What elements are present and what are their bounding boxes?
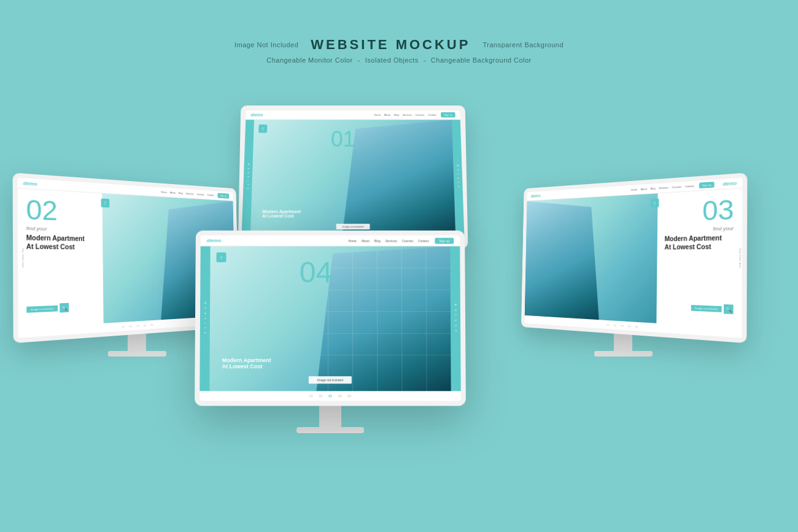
back-hero-title: Modern Apartment At Lowest Cost <box>262 209 301 218</box>
separator1: - <box>358 56 360 64</box>
front-logo: diemo <box>207 238 222 244</box>
right-logo: diemo <box>531 193 541 198</box>
transparent-bg-label: Transparent Background <box>482 41 564 48</box>
front-sidebar-right-text: M O C K U P <box>454 304 457 333</box>
left-title-line2: At Lowest Cost <box>26 242 96 252</box>
back-sidebar-right-text: M O C K U P <box>456 165 459 189</box>
back-nav-home: Home <box>374 114 381 117</box>
left-main-title: Modern Apartment At Lowest Cost <box>26 233 96 251</box>
right-stand-base <box>594 351 653 357</box>
front-page-04: 04 <box>338 394 342 398</box>
front-stand-base <box>296 427 364 433</box>
left-page-03: 03 <box>136 324 139 327</box>
back-logo: diemo <box>250 113 263 117</box>
right-main-title: Modern Apartment At Lowest Cost <box>665 233 734 251</box>
right-nav-courses: Courses <box>672 185 681 189</box>
image-not-included-label: Image Not Included <box>234 41 298 48</box>
right-arrow-up: ↑ <box>651 198 659 207</box>
left-hero-number: 02 <box>26 196 95 226</box>
left-search-icon[interactable]: 🔍 <box>60 303 69 313</box>
right-hero: ↑ 03 find your Modern Apartment At Lowes… <box>525 188 743 328</box>
front-nav-services: Services <box>385 239 397 242</box>
left-text-panel: 02 find your Modern Apartment At Lowest … <box>18 188 104 328</box>
left-nav-contact: Contact <box>207 193 214 196</box>
front-page-03-active: 03 <box>328 394 332 398</box>
front-image-placeholder: Image not included <box>309 376 352 384</box>
back-arrow-up: ↑ <box>258 125 267 133</box>
front-nav: diemo Home About Blog Services Courses C… <box>201 236 460 247</box>
left-find-text: find your <box>26 225 96 233</box>
left-page-04: 04 <box>144 323 146 326</box>
right-page-01: 01 <box>607 323 610 326</box>
back-image-placeholder: Image not included <box>336 224 370 229</box>
monitor-back-body: diemo Home About Blog Services Courses C… <box>238 106 468 249</box>
front-page-02: 02 <box>319 394 323 398</box>
back-nav-about: About <box>384 114 390 117</box>
monitor-front: diemo Home About Blog Services Courses C… <box>195 230 465 433</box>
back-nav-links: Home About Blog Services Courses Contact <box>374 114 436 117</box>
main-title: WEBSITE MOCKUP <box>311 37 470 53</box>
right-nav-home: Home <box>631 188 637 191</box>
front-title-line2: At Lowest Cost <box>222 363 271 369</box>
back-nav-services: Services <box>403 114 412 117</box>
left-page-01: 01 <box>122 325 125 328</box>
right-nav-links: Home About Blog Services Courses Contact <box>631 184 694 191</box>
front-nav-courses: Courses <box>402 239 414 242</box>
right-search-icon[interactable]: 🔍 <box>724 304 734 314</box>
back-nav: diemo Home About Blog Services Courses C… <box>246 110 460 120</box>
front-page-01: 01 <box>309 394 313 398</box>
left-arrow-up: ↑ <box>101 198 110 207</box>
right-title-line1: Modern Apartment <box>665 233 734 243</box>
monitor-right: diemo Home About Blog Services Courses C… <box>503 181 743 357</box>
back-title-line1: Modern Apartment <box>262 209 301 214</box>
back-title-line2: At Lowest Cost <box>262 214 301 218</box>
front-title-line1: Modern Apartment <box>222 357 271 363</box>
front-hero-title: Modern Apartment At Lowest Cost <box>222 357 271 369</box>
right-image-label: Image not included <box>691 304 722 312</box>
monitor-right-screen: diemo Home About Blog Services Courses C… <box>524 178 742 338</box>
right-logo2: diemo <box>722 181 737 187</box>
right-page-04: 04 <box>628 325 630 328</box>
feature2-label: Isolated Objects <box>365 56 419 64</box>
left-page-05: 05 <box>150 323 153 326</box>
back-hero-content: ↑ 01 Modern Apartment At Lowest Cost Ima… <box>250 120 455 236</box>
right-nav-blog: Blog <box>651 187 656 190</box>
front-stand-neck <box>319 406 341 427</box>
front-arrow-up: ↑ <box>216 252 226 262</box>
header-area: Image Not Included WEBSITE MOCKUP Transp… <box>0 37 798 64</box>
left-page-02: 02 <box>130 325 132 328</box>
right-image-row: Image not included 🔍 <box>691 303 734 314</box>
right-building <box>525 196 615 320</box>
feature3-label: Changeable Background Color <box>431 56 532 64</box>
right-page-02: 02 <box>614 323 616 326</box>
right-text-panel: 03 find your Modern Apartment At Lowest … <box>656 188 742 328</box>
left-nav-links: Home About Blog Services Courses Contact <box>161 190 214 196</box>
header-features-row: Changeable Monitor Color - Isolated Obje… <box>266 56 532 64</box>
left-logo: diemo <box>23 181 37 187</box>
left-stand-base <box>108 351 166 357</box>
right-nav-about: About <box>641 187 647 191</box>
front-nav-blog: Blog <box>374 239 381 242</box>
feature1-label: Changeable Monitor Color <box>266 56 352 64</box>
left-nav-home: Home <box>161 190 166 193</box>
right-hero-number: 03 <box>665 196 734 226</box>
front-signup[interactable]: Sign up <box>435 237 454 244</box>
left-nav-blog: Blog <box>179 191 183 195</box>
left-image-row: Image not included 🔍 <box>26 303 69 314</box>
monitor-right-body: diemo Home About Blog Services Courses C… <box>521 172 747 343</box>
back-nav-courses: Courses <box>416 114 425 117</box>
left-title-line1: Modern Apartment <box>26 233 96 243</box>
right-page-03: 03 <box>621 324 623 327</box>
left-signup[interactable]: Sign up <box>218 193 229 198</box>
front-nav-links: Home About Blog Services Courses Contact <box>348 239 428 242</box>
front-nav-contact: Contact <box>418 239 428 242</box>
front-sidebar-right: M O C K U P <box>450 246 460 391</box>
monitor-front-body: diemo Home About Blog Services Courses C… <box>195 231 466 406</box>
left-image-label: Image not included <box>26 305 58 312</box>
right-signup[interactable]: Sign up <box>699 182 715 188</box>
front-hero: W E B S I T E ↑ <box>200 246 460 391</box>
back-signup[interactable]: Sign up <box>441 112 455 118</box>
left-nav-about: About <box>170 191 176 194</box>
back-hero: W E B S I T E ↑ 01 Modern Apartment At L… <box>242 120 465 236</box>
right-nav-contact: Contact <box>685 184 694 188</box>
